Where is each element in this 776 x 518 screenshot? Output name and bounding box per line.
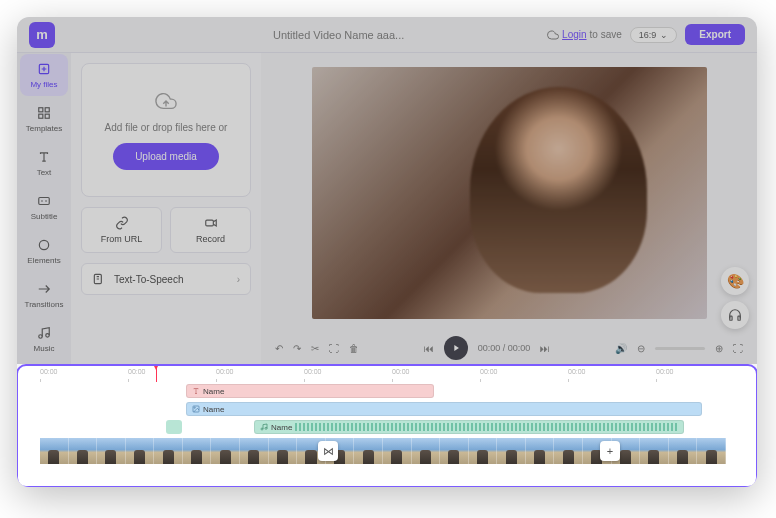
zoom-slider[interactable] — [655, 347, 705, 350]
export-button[interactable]: Export — [685, 24, 745, 45]
sidebar-item-templates[interactable]: Templates — [20, 98, 68, 140]
image-clip-icon — [192, 405, 200, 413]
ruler-tick: 00:00 — [480, 368, 498, 375]
from-url-button[interactable]: From URL — [81, 207, 162, 253]
zoom-out-icon[interactable]: ⊖ — [637, 343, 645, 354]
ruler-tick: 00:00 — [40, 368, 58, 375]
plus-file-icon — [36, 61, 52, 77]
video-thumbnail[interactable] — [497, 438, 526, 464]
audio-clip-fragment[interactable] — [166, 420, 182, 434]
preview-video-frame — [312, 67, 707, 319]
video-thumbnail[interactable] — [154, 438, 183, 464]
skip-back-icon[interactable]: ⏮ — [424, 343, 434, 354]
sidebar-item-transitions[interactable]: Transitions — [20, 274, 68, 316]
video-thumbnail[interactable] — [554, 438, 583, 464]
trash-icon[interactable]: 🗑 — [349, 343, 359, 354]
svg-point-16 — [265, 427, 267, 429]
ruler-tick: 00:00 — [656, 368, 674, 375]
sidebar-item-text[interactable]: Text — [20, 142, 68, 184]
fit-icon[interactable]: ⛶ — [733, 343, 743, 354]
text-clip[interactable]: Name — [186, 384, 434, 398]
svg-point-6 — [39, 240, 48, 249]
timeline-tracks[interactable]: Name Name Name ⋈ + — [18, 382, 756, 486]
svg-rect-5 — [39, 198, 50, 205]
video-thumbnail[interactable] — [126, 438, 155, 464]
cc-icon — [36, 193, 52, 209]
sidebar-item-elements[interactable]: Elements — [20, 230, 68, 272]
svg-rect-10 — [94, 274, 101, 283]
upload-media-button[interactable]: Upload media — [113, 143, 219, 170]
video-thumbnail-strip[interactable] — [40, 438, 726, 464]
video-thumbnail[interactable] — [669, 438, 698, 464]
play-button[interactable] — [444, 336, 468, 360]
crop-icon[interactable]: ⛶ — [329, 343, 339, 354]
ruler-tick: 00:00 — [568, 368, 586, 375]
project-title[interactable]: Untitled Video Name aaa... — [273, 29, 539, 41]
svg-point-15 — [261, 428, 263, 430]
redo-icon[interactable]: ↷ — [293, 343, 301, 354]
add-clip-button[interactable]: + — [600, 441, 620, 461]
playback-controls: ↶ ↷ ✂ ⛶ 🗑 ⏮ 00:00 / 00:00 ⏭ 🔊 ⊖ ⊕ ⛶ — [261, 332, 757, 364]
ruler-tick: 00:00 — [216, 368, 234, 375]
video-thumbnail[interactable] — [412, 438, 441, 464]
cloud-upload-icon — [152, 90, 180, 112]
video-thumbnail[interactable] — [211, 438, 240, 464]
video-thumbnail[interactable] — [269, 438, 298, 464]
palette-tool-icon[interactable]: 🎨 — [721, 267, 749, 295]
zoom-in-icon[interactable]: ⊕ — [715, 343, 723, 354]
headphones-tool-icon[interactable] — [721, 301, 749, 329]
aspect-ratio-select[interactable]: 16:9⌄ — [630, 27, 678, 43]
playback-time: 00:00 / 00:00 — [478, 343, 531, 353]
svg-rect-0 — [39, 64, 48, 73]
drop-text: Add file or drop files here or — [105, 122, 228, 133]
svg-rect-9 — [205, 220, 213, 226]
video-thumbnail[interactable] — [383, 438, 412, 464]
timeline[interactable]: 00:0000:0000:0000:0000:0000:0000:0000:00… — [17, 364, 757, 487]
playhead[interactable] — [156, 366, 157, 382]
text-to-speech-button[interactable]: Text-To-Speech › — [81, 263, 251, 295]
svg-rect-12 — [738, 316, 740, 320]
video-thumbnail[interactable] — [240, 438, 269, 464]
video-thumbnail[interactable] — [40, 438, 69, 464]
video-thumbnail[interactable] — [183, 438, 212, 464]
svg-rect-11 — [730, 316, 732, 320]
login-link[interactable]: Login — [562, 29, 586, 40]
grid-icon — [36, 105, 52, 121]
sidebar-item-my-files[interactable]: My files — [20, 54, 68, 96]
scissors-icon[interactable]: ✂ — [311, 343, 319, 354]
record-button[interactable]: Record — [170, 207, 251, 253]
sidebar-item-subtitle[interactable]: Subtitle — [20, 186, 68, 228]
skip-forward-icon[interactable]: ⏭ — [540, 343, 550, 354]
sidebar-item-music[interactable]: Music — [20, 318, 68, 360]
ruler-tick: 00:00 — [392, 368, 410, 375]
video-thumbnail[interactable] — [526, 438, 555, 464]
video-thumbnail[interactable] — [640, 438, 669, 464]
image-clip[interactable]: Name — [186, 402, 702, 416]
media-panel: Add file or drop files here or Upload me… — [71, 53, 261, 364]
audio-waveform — [295, 423, 678, 431]
dropzone[interactable]: Add file or drop files here or Upload me… — [81, 63, 251, 197]
video-thumbnail[interactable] — [469, 438, 498, 464]
audio-clip[interactable]: Name — [254, 420, 684, 434]
video-thumbnail[interactable] — [97, 438, 126, 464]
link-icon — [115, 216, 129, 230]
video-thumbnail[interactable] — [69, 438, 98, 464]
transition-icon — [36, 281, 52, 297]
video-thumbnail[interactable] — [354, 438, 383, 464]
svg-point-8 — [46, 334, 50, 338]
video-thumbnail[interactable] — [697, 438, 726, 464]
preview-stage[interactable] — [261, 53, 757, 332]
svg-rect-4 — [45, 114, 49, 118]
shapes-icon — [36, 237, 52, 253]
volume-icon[interactable]: 🔊 — [615, 343, 627, 354]
login-save-hint: Login to save — [547, 29, 622, 41]
sidebar: My files Templates Text Subtitle Element… — [17, 53, 71, 364]
svg-rect-2 — [45, 108, 49, 112]
svg-point-14 — [194, 407, 195, 408]
chevron-down-icon: ⌄ — [660, 30, 668, 40]
svg-point-7 — [39, 335, 43, 339]
video-thumbnail[interactable] — [440, 438, 469, 464]
undo-icon[interactable]: ↶ — [275, 343, 283, 354]
split-transition-button[interactable]: ⋈ — [318, 441, 338, 461]
timeline-ruler[interactable]: 00:0000:0000:0000:0000:0000:0000:0000:00 — [18, 366, 756, 382]
